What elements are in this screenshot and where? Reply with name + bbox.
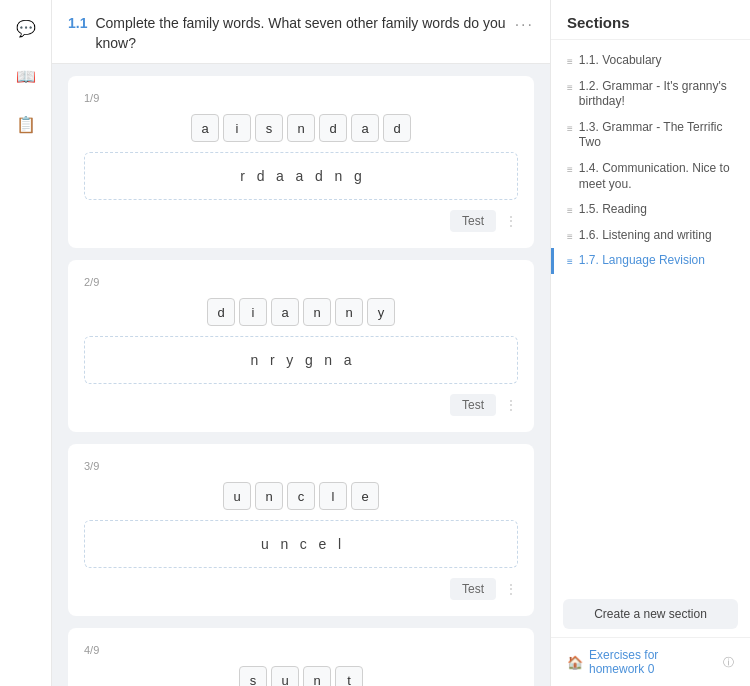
card-bottom: Test ⋮ xyxy=(84,578,518,600)
tiles-row: a i s n d a d xyxy=(84,114,518,142)
section-item-grammar2[interactable]: ≡ 1.3. Grammar - The Terrific Two xyxy=(551,115,750,156)
homework-label: Exercises for homework 0 xyxy=(589,648,717,676)
tiles-row: d i a n n y xyxy=(84,298,518,326)
exercise-number: 1.1 xyxy=(68,15,87,31)
section-bullet: ≡ xyxy=(567,230,573,243)
sections-title: Sections xyxy=(551,0,750,40)
tile[interactable]: d xyxy=(383,114,411,142)
tile[interactable]: a xyxy=(351,114,379,142)
tiles-row: u n c l e xyxy=(84,482,518,510)
tile[interactable]: i xyxy=(223,114,251,142)
answer-text: u n c e l xyxy=(261,536,341,552)
drag-handle[interactable]: ⋮ xyxy=(504,213,518,229)
tile[interactable]: s xyxy=(239,666,267,686)
section-label: 1.4. Communication. Nice to meet you. xyxy=(579,161,734,192)
exercise-card: 2/9 d i a n n y n r y g n a Test ⋮ xyxy=(68,260,534,432)
tile[interactable]: s xyxy=(255,114,283,142)
tile[interactable]: y xyxy=(367,298,395,326)
test-button[interactable]: Test xyxy=(450,578,496,600)
more-options-button[interactable]: ··· xyxy=(515,16,534,34)
test-button[interactable]: Test xyxy=(450,394,496,416)
card-number: 4/9 xyxy=(84,644,518,656)
tile[interactable]: e xyxy=(351,482,379,510)
section-bullet: ≡ xyxy=(567,204,573,217)
card-bottom: Test ⋮ xyxy=(84,394,518,416)
section-bullet: ≡ xyxy=(567,122,573,135)
tile[interactable]: l xyxy=(319,482,347,510)
drag-handle[interactable]: ⋮ xyxy=(504,581,518,597)
list-icon[interactable]: 📋 xyxy=(10,108,42,140)
tile[interactable]: n xyxy=(303,298,331,326)
answer-area[interactable]: u n c e l xyxy=(84,520,518,568)
exercise-scroll: 1/9 a i s n d a d r d a a d n g Test ⋮ 2… xyxy=(52,64,550,686)
section-label: 1.3. Grammar - The Terrific Two xyxy=(579,120,734,151)
tile[interactable]: n xyxy=(287,114,315,142)
card-number: 2/9 xyxy=(84,276,518,288)
drag-handle[interactable]: ⋮ xyxy=(504,397,518,413)
section-label: 1.6. Listening and writing xyxy=(579,228,712,244)
exercise-card: 4/9 s u n t n t a u Test ⋮ xyxy=(68,628,534,686)
section-label: 1.7. Language Revision xyxy=(579,253,705,269)
tile[interactable]: i xyxy=(239,298,267,326)
exercise-header: 1.1 Complete the family words. What seve… xyxy=(52,0,550,64)
section-label: 1.2. Grammar - It's granny's birthday! xyxy=(579,79,734,110)
tiles-row: s u n t xyxy=(84,666,518,686)
section-label: 1.1. Vocabulary xyxy=(579,53,662,69)
section-bullet: ≡ xyxy=(567,81,573,94)
book-icon[interactable]: 📖 xyxy=(10,60,42,92)
section-item-communication[interactable]: ≡ 1.4. Communication. Nice to meet you. xyxy=(551,156,750,197)
answer-area[interactable]: r d a a d n g xyxy=(84,152,518,200)
section-item-listening[interactable]: ≡ 1.6. Listening and writing xyxy=(551,223,750,249)
tile[interactable]: d xyxy=(319,114,347,142)
home-icon: 🏠 xyxy=(567,655,583,670)
card-number: 1/9 xyxy=(84,92,518,104)
info-icon: ⓘ xyxy=(723,655,734,670)
chat-icon[interactable]: 💬 xyxy=(10,12,42,44)
test-button[interactable]: Test xyxy=(450,210,496,232)
tile[interactable]: u xyxy=(271,666,299,686)
create-section-button[interactable]: Create a new section xyxy=(563,599,738,629)
tile[interactable]: u xyxy=(223,482,251,510)
tile[interactable]: n xyxy=(255,482,283,510)
section-item-reading[interactable]: ≡ 1.5. Reading xyxy=(551,197,750,223)
exercise-title: 1.1 Complete the family words. What seve… xyxy=(68,14,515,53)
exercise-card: 3/9 u n c l e u n c e l Test ⋮ xyxy=(68,444,534,616)
tile[interactable]: d xyxy=(207,298,235,326)
card-bottom: Test ⋮ xyxy=(84,210,518,232)
main-content: 1.1 Complete the family words. What seve… xyxy=(52,0,550,686)
tile[interactable]: n xyxy=(335,298,363,326)
answer-area[interactable]: n r y g n a xyxy=(84,336,518,384)
left-sidebar: 💬 📖 📋 xyxy=(0,0,52,686)
exercise-text: Complete the family words. What seven ot… xyxy=(95,14,514,53)
section-bullet: ≡ xyxy=(567,255,573,268)
answer-text: n r y g n a xyxy=(250,352,351,368)
exercise-card: 1/9 a i s n d a d r d a a d n g Test ⋮ xyxy=(68,76,534,248)
exercises-homework-link[interactable]: 🏠 Exercises for homework 0 ⓘ xyxy=(551,637,750,686)
section-item-grammar1[interactable]: ≡ 1.2. Grammar - It's granny's birthday! xyxy=(551,74,750,115)
tile[interactable]: a xyxy=(271,298,299,326)
tile[interactable]: c xyxy=(287,482,315,510)
tile[interactable]: t xyxy=(335,666,363,686)
section-bullet: ≡ xyxy=(567,163,573,176)
tile[interactable]: a xyxy=(191,114,219,142)
homework-count: 0 xyxy=(648,662,655,676)
sections-panel: Sections ≡ 1.1. Vocabulary ≡ 1.2. Gramma… xyxy=(550,0,750,686)
tile[interactable]: n xyxy=(303,666,331,686)
section-label: 1.5. Reading xyxy=(579,202,647,218)
section-item-revision[interactable]: ≡ 1.7. Language Revision xyxy=(551,248,750,274)
card-number: 3/9 xyxy=(84,460,518,472)
answer-text: r d a a d n g xyxy=(240,168,361,184)
sections-list: ≡ 1.1. Vocabulary ≡ 1.2. Grammar - It's … xyxy=(551,40,750,591)
section-bullet: ≡ xyxy=(567,55,573,68)
section-item-vocabulary[interactable]: ≡ 1.1. Vocabulary xyxy=(551,48,750,74)
